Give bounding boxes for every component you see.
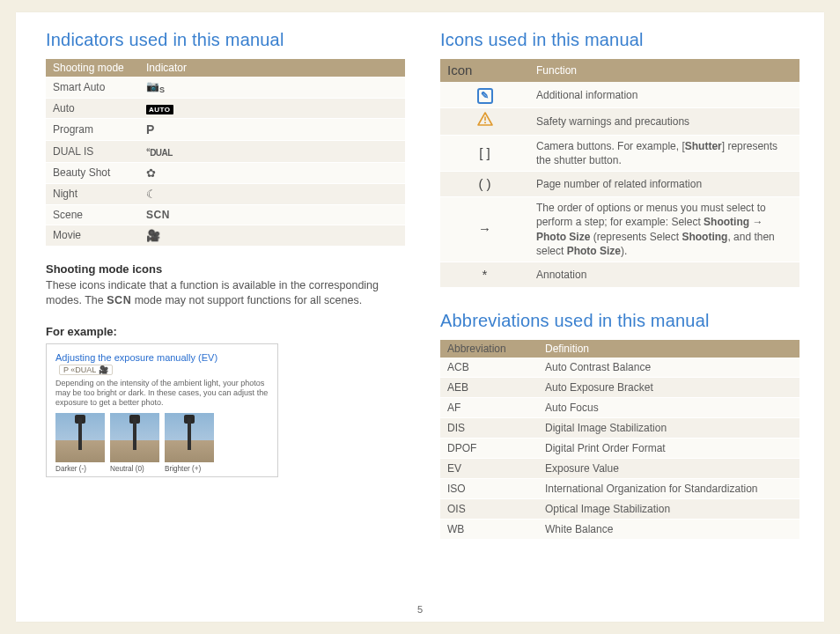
thumb-image [165,413,214,462]
def-cell: Exposure Value [538,459,799,479]
indicator-cell: AUTO [139,99,405,119]
icon-glyph: * [483,267,488,282]
scene-icon: SCN [146,209,170,221]
night-icon: ☾ [146,188,157,201]
function-cell: Camera buttons. For example, [Shutter] r… [529,135,799,171]
mode-cell: Program [46,119,139,141]
indicator-row: Beauty Shot✿ [46,162,405,183]
abbr-row: AFAuto Focus [440,398,799,418]
mode-cell: Smart Auto [46,77,139,99]
icons-table: Icon Function ✎Additional informationSaf… [440,59,799,288]
indicator-cell: SCN [139,204,405,225]
indicator-row: Smart Auto📷S [46,77,405,99]
beauty-shot-icon: ✿ [146,166,156,180]
th-indicator: Indicator [139,59,405,77]
function-cell: The order of options or menus you must s… [529,197,799,262]
abbr-row: OISOptical Image Stabilization [440,499,799,520]
example-thumb: Brighter (+) [165,413,214,473]
warning-icon [477,112,493,126]
manual-page: Indicators used in this manual Shooting … [16,12,824,622]
icon-cell: ( ) [440,171,529,196]
left-column: Indicators used in this manual Shooting … [46,30,431,540]
abbr-row: DPOFDigital Print Order Format [440,439,799,459]
icons-heading: Icons used in this manual [440,30,799,50]
indicator-cell: ✿ [139,162,405,183]
indicator-cell: 🎥 [139,225,405,246]
abbr-table: Abbreviation Definition ACBAuto Contrast… [440,340,799,540]
shooting-mode-icons-subhead: Shooting mode icons [46,262,405,276]
indicator-row: AutoAUTO [46,99,405,119]
indicator-cell: ☾ [139,183,405,204]
indicator-cell: 📷S [139,77,405,99]
indicator-row: Night☾ [46,183,405,204]
abbr-row: AEBAuto Exposure Bracket [440,378,799,398]
icon-row: →The order of options or menus you must … [440,197,799,262]
indicator-row: ProgramP [46,119,405,141]
indicator-row: Movie🎥 [46,225,405,246]
abbr-cell: ISO [440,479,538,499]
dual-is-icon: «DUAL [146,148,173,158]
mode-cell: Auto [46,99,139,119]
mode-cell: Night [46,183,139,204]
indicator-cell: P [139,119,405,141]
icon-glyph: → [478,221,491,236]
function-cell: Safety warnings and precautions [529,108,799,135]
svg-point-1 [484,122,486,124]
icon-cell: → [440,197,529,262]
indicator-row: SceneSCN [46,204,405,225]
thumb-label: Darker (-) [55,465,105,473]
function-cell: Page number of related information [529,171,799,196]
th-icon: Icon [440,59,529,82]
example-title: Adjusting the exposure manually (EV) [55,352,217,363]
for-example-label: For example: [46,325,405,338]
icon-cell: [ ] [440,135,529,171]
mode-cell: Beauty Shot [46,162,139,183]
info-icon: ✎ [477,88,493,104]
abbr-row: ISOInternational Organization for Standa… [440,479,799,499]
shooting-mode-icons-para: These icons indicate that a function is … [46,278,405,309]
abbr-cell: EV [440,459,538,479]
abbr-cell: ACB [440,358,538,378]
icon-row: [ ]Camera buttons. For example, [Shutter… [440,135,799,171]
example-body: Depending on the intensity of the ambien… [55,379,269,409]
function-cell: Additional information [529,82,799,108]
def-cell: Digital Print Order Format [538,439,799,459]
movie-icon: 🎥 [146,229,160,242]
th-abbr: Abbreviation [440,340,538,358]
def-cell: Optical Image Stabilization [538,499,799,520]
example-mode-icons: P «DUAL 🎥 [59,365,113,375]
def-cell: International Organization for Standardi… [538,479,799,499]
abbr-row: EVExposure Value [440,459,799,479]
th-function: Function [529,59,799,82]
thumb-label: Brighter (+) [165,465,214,473]
indicator-cell: «DUAL [139,141,405,162]
mode-cell: Scene [46,204,139,225]
abbr-row: DISDigital Image Stabilization [440,418,799,439]
mode-cell: DUAL IS [46,141,139,162]
function-cell: Annotation [529,262,799,287]
def-cell: Auto Contrast Balance [538,358,799,378]
indicators-table: Shooting mode Indicator Smart Auto📷SAuto… [46,59,405,247]
abbr-cell: DIS [440,418,538,439]
right-column: Icons used in this manual Icon Function … [431,30,799,540]
example-thumb: Darker (-) [55,413,105,473]
example-thumb: Neutral (0) [110,413,159,473]
icon-cell: ✎ [440,82,529,108]
icon-row: Safety warnings and precautions [440,108,799,135]
abbr-cell: AEB [440,378,538,398]
icon-glyph: ( ) [478,176,490,191]
def-cell: White Balance [538,520,799,540]
indicator-row: DUAL IS«DUAL [46,141,405,162]
icon-row: ✎Additional information [440,82,799,108]
mode-cell: Movie [46,225,139,246]
icon-row: *Annotation [440,262,799,287]
program-icon: P [146,122,154,136]
abbr-cell: AF [440,398,538,418]
smart-auto-icon: 📷S [146,80,165,92]
icon-cell [440,108,529,135]
abbr-cell: WB [440,520,538,540]
abbr-heading: Abbreviations used in this manual [440,311,799,331]
abbr-row: ACBAuto Contrast Balance [440,358,799,378]
def-cell: Auto Focus [538,398,799,418]
indicators-heading: Indicators used in this manual [46,30,405,50]
